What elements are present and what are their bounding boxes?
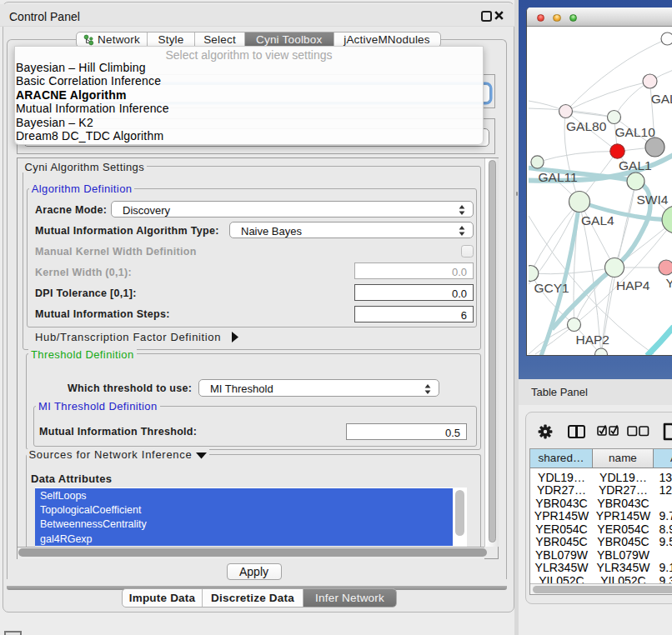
svg-text:GAL2: GAL2 <box>650 91 671 105</box>
svg-text:GAL11: GAL11 <box>538 169 577 183</box>
svg-text:GCY1: GCY1 <box>534 281 569 295</box>
svg-text:GAL10: GAL10 <box>614 124 655 138</box>
svg-text:GAL80: GAL80 <box>566 119 607 133</box>
svg-text:HAP4: HAP4 <box>616 278 650 292</box>
svg-text:GAL1: GAL1 <box>619 158 652 172</box>
svg-text:HAP2: HAP2 <box>575 332 609 346</box>
svg-text:SWI4: SWI4 <box>636 192 668 206</box>
svg-text:YMR1: YMR1 <box>665 275 672 289</box>
svg-text:GAL4: GAL4 <box>581 212 614 227</box>
